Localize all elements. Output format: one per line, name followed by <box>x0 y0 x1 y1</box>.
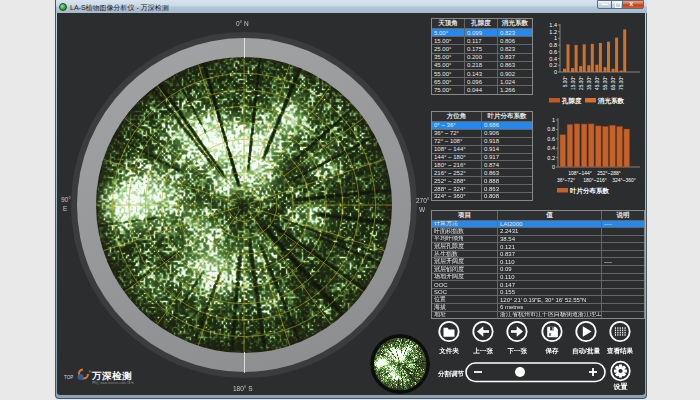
svg-text:上一张: 上一张 <box>473 347 493 355</box>
svg-text:自动/批量: 自动/批量 <box>572 347 600 355</box>
svg-text:5.00°: 5.00° <box>563 76 568 87</box>
svg-text:0.6: 0.6 <box>549 49 557 55</box>
svg-text:0.8: 0.8 <box>549 42 557 48</box>
svg-text:65.00°: 65.00° <box>611 76 616 90</box>
svg-text:25.00°: 25.00° <box>579 76 584 90</box>
svg-text:1.2: 1.2 <box>549 29 557 35</box>
svg-text:®: ® <box>89 370 92 374</box>
svg-text:0: 0 <box>554 69 557 75</box>
svg-text:15.00°: 15.00° <box>571 76 576 90</box>
svg-text:36°~72°: 36°~72° <box>557 177 575 183</box>
svg-text:孔隙度: 孔隙度 <box>561 97 582 105</box>
svg-text:1.4: 1.4 <box>549 22 557 28</box>
svg-text:0.2: 0.2 <box>547 155 555 161</box>
svg-text:保存: 保存 <box>545 347 560 355</box>
svg-text:55.00°: 55.00° <box>603 76 608 90</box>
svg-text:75.00°: 75.00° <box>619 76 624 90</box>
svg-text:0.6: 0.6 <box>547 136 555 142</box>
svg-text:TOP: TOP <box>64 375 73 380</box>
svg-text:叶片分布系数: 叶片分布系数 <box>570 187 610 195</box>
svg-text:108°~144°: 108°~144° <box>568 170 592 176</box>
svg-text:文件夹: 文件夹 <box>438 347 459 355</box>
svg-text:45.00°: 45.00° <box>595 76 600 90</box>
svg-text:0.2: 0.2 <box>549 62 557 68</box>
svg-text:180°~216°: 180°~216° <box>583 177 607 183</box>
svg-text:35.00°: 35.00° <box>587 76 592 90</box>
svg-text:0.4: 0.4 <box>549 56 557 62</box>
svg-text:分割调节: 分割调节 <box>437 370 465 378</box>
svg-text:下一张: 下一张 <box>507 347 527 355</box>
svg-text:0: 0 <box>552 164 555 170</box>
svg-text:1: 1 <box>554 35 557 41</box>
svg-text:252°~288°: 252°~288° <box>597 170 621 176</box>
svg-text:1: 1 <box>552 117 555 123</box>
svg-text:0.4: 0.4 <box>547 145 555 151</box>
svg-text:设置: 设置 <box>613 382 628 390</box>
svg-text:查看结果: 查看结果 <box>606 347 634 355</box>
svg-text:消光系数: 消光系数 <box>597 97 625 105</box>
svg-text:0.8: 0.8 <box>547 126 555 132</box>
svg-text:324°~360°: 324°~360° <box>612 177 636 183</box>
